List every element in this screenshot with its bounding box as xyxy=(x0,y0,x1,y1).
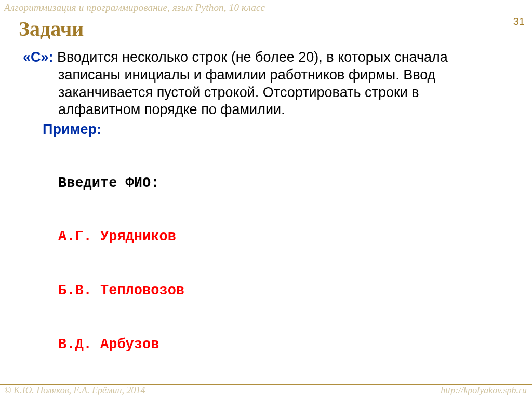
input-line-3: В.Д. Арбузов xyxy=(58,336,516,354)
title-underline xyxy=(19,43,531,43)
task-line3: заканчивается пустой строкой. Отсортиров… xyxy=(58,84,516,102)
example-block: Введите ФИО: А.Г. Урядников Б.В. Теплово… xyxy=(58,139,516,398)
header-bar: Алгоритмизация и программирование, язык … xyxy=(0,0,532,17)
task-first-line: «C»: Вводится несколько строк (не более … xyxy=(23,49,516,66)
course-title: Алгоритмизация и программирование, язык … xyxy=(4,2,265,13)
footer-url: http://kpolyakov.spb.ru xyxy=(441,385,527,396)
task-body: записаны инициалы и фамилии работников ф… xyxy=(58,66,516,119)
task-line2: записаны инициалы и фамилии работников ф… xyxy=(58,66,516,84)
task-line1: Вводится несколько строк (не более 20), … xyxy=(54,49,448,65)
slide-title: Задачи xyxy=(19,17,84,41)
footer-bar xyxy=(0,384,532,385)
task-label: «C»: xyxy=(23,49,54,65)
input-line-1: А.Г. Урядников xyxy=(58,228,516,246)
copyright: © К.Ю. Поляков, Е.А. Ерёмин, 2014 xyxy=(4,385,145,396)
prompt-line: Введите ФИО: xyxy=(58,174,516,193)
task-line4: алфавитном порядке по фамилии. xyxy=(58,101,516,119)
slide: Алгоритмизация и программирование, язык … xyxy=(0,0,532,398)
input-line-2: Б.В. Тепловозов xyxy=(58,282,516,300)
content: «C»: Вводится несколько строк (не более … xyxy=(23,49,516,398)
example-label: Пример: xyxy=(43,121,516,139)
page-number: 31 xyxy=(513,16,525,28)
